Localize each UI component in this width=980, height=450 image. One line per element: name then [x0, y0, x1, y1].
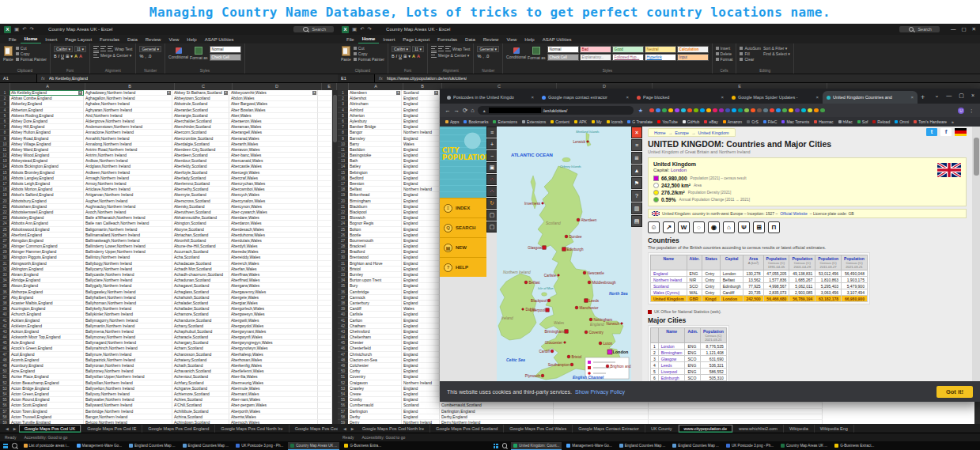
- print-icon[interactable]: ▤: [631, 215, 642, 227]
- row-number[interactable]: 10: [0, 142, 9, 147]
- extension-icon[interactable]: [782, 108, 787, 113]
- cell[interactable]: Bedford: [348, 176, 402, 181]
- cell-style-c-bad[interactable]: Bad: [580, 46, 611, 53]
- cell[interactable]: Abbeytown,Scotland: [172, 96, 229, 101]
- conditional-formatting-button[interactable]: Conditional: [506, 47, 526, 59]
- sheet-tab[interactable]: Wikipedia: [784, 425, 815, 433]
- search-icon[interactable]: ◌: [693, 221, 705, 233]
- status-accessibility[interactable]: Accessibility: Good to go: [24, 435, 67, 440]
- cell[interactable]: Aber-cywarch,Wales: [229, 210, 318, 215]
- cell[interactable]: [554, 420, 649, 424]
- cell[interactable]: Barnsley: [348, 136, 402, 142]
- align-right-icon[interactable]: [445, 46, 451, 51]
- delete-cells-button[interactable]: Delete: [716, 51, 733, 56]
- reload-icon[interactable]: ⟳: [463, 107, 467, 114]
- museum-icon[interactable]: Π: [768, 221, 780, 233]
- row-number[interactable]: 17: [338, 181, 348, 187]
- taskbar-item[interactable]: Country Map Areas UK ...: [288, 442, 339, 450]
- format-painter-button[interactable]: Format Painter: [16, 57, 47, 62]
- cell[interactable]: Colchester: [348, 363, 402, 369]
- sheet-tab[interactable]: Google Maps Pos Cod IE: [81, 425, 142, 433]
- extension-icon[interactable]: [713, 108, 717, 113]
- extension-icon[interactable]: [808, 108, 812, 113]
- cell[interactable]: Abbots Morton,England: [9, 187, 84, 192]
- sort-filter-button[interactable]: Sort & Filter ▾: [763, 46, 790, 51]
- cell[interactable]: Aberffrwd,Wales: [229, 278, 318, 283]
- save-icon[interactable]: ▣: [14, 26, 19, 32]
- help-icon[interactable]: ?: [631, 190, 642, 202]
- taskbar-item[interactable]: List of postcode areas i...: [21, 442, 72, 450]
- cell[interactable]: England: [402, 227, 440, 233]
- cell[interactable]: Achamore,Scotland: [172, 312, 229, 317]
- cell[interactable]: England: [402, 181, 440, 187]
- cell[interactable]: Beeston: [348, 181, 402, 187]
- cell[interactable]: Abercrychan,Wales: [229, 181, 318, 187]
- row-number[interactable]: 40: [0, 312, 9, 317]
- bold-button[interactable]: B: [54, 54, 57, 59]
- row-number[interactable]: 55: [0, 397, 9, 403]
- cell[interactable]: Acton Beauchamp,England: [9, 380, 84, 386]
- cell[interactable]: Armagh,Northern Ireland: [84, 176, 172, 181]
- cell[interactable]: Achurch,England: [9, 312, 84, 317]
- citypopulation-logo[interactable]: CITYPOPULATION: [440, 127, 486, 198]
- cell[interactable]: Chester: [348, 340, 402, 346]
- row-number[interactable]: 22: [0, 210, 9, 215]
- cell[interactable]: Aberlemno,Scotland: [172, 181, 229, 187]
- row-number[interactable]: 26: [0, 233, 9, 238]
- cell[interactable]: England: [402, 192, 440, 198]
- cell[interactable]: Aberhafesp,Wales: [229, 352, 318, 357]
- row-number[interactable]: 49: [338, 363, 348, 369]
- row-number[interactable]: 20: [338, 199, 348, 204]
- cell[interactable]: Abbey Village,England: [9, 142, 84, 147]
- cell[interactable]: [318, 113, 332, 119]
- cell[interactable]: [318, 403, 332, 408]
- cell[interactable]: Abernyte,Scotland: [172, 192, 229, 198]
- column-header-A[interactable]: A: [349, 83, 403, 90]
- cell[interactable]: [318, 312, 332, 317]
- close-icon[interactable]: ×: [971, 93, 974, 99]
- cell[interactable]: England: [402, 329, 440, 335]
- paste-button[interactable]: Paste: [341, 46, 351, 62]
- extension-icon[interactable]: [719, 108, 724, 113]
- column-header[interactable]: Adm.: [685, 328, 701, 343]
- cell[interactable]: England: [402, 340, 440, 346]
- row-number[interactable]: 46: [0, 346, 9, 351]
- cell[interactable]: Augher,Northern Ireland: [84, 199, 172, 204]
- row-number[interactable]: 4: [338, 108, 348, 113]
- cell[interactable]: Ballintoy,Northern Ireland: [84, 255, 172, 260]
- cell[interactable]: Ballygally,Northern Ireland: [84, 283, 172, 289]
- cell[interactable]: Ballymartin,Northern Ireland: [84, 323, 172, 329]
- italic-button[interactable]: I: [59, 54, 60, 59]
- extension-icon[interactable]: [814, 108, 819, 113]
- cell[interactable]: Aconbury,England: [9, 363, 84, 369]
- cell[interactable]: Abbotsbury,England: [9, 199, 84, 204]
- country-link[interactable]: Northern Ireland: [651, 277, 687, 283]
- new-tab-icon[interactable]: +: [921, 93, 925, 101]
- ribbon-tab-data[interactable]: Data: [123, 36, 142, 43]
- cell[interactable]: Aughnacloy,Northern Ireland: [84, 204, 172, 210]
- cell[interactable]: [318, 124, 332, 130]
- tab-close-icon[interactable]: ×: [626, 95, 629, 100]
- cell[interactable]: Acha,Scotland: [172, 255, 229, 260]
- cell[interactable]: [554, 403, 649, 408]
- cell[interactable]: Abinger Common,England: [9, 244, 84, 249]
- cell[interactable]: Achgarve,Scotland: [172, 386, 229, 391]
- bookmark-item[interactable]: Content: [551, 119, 569, 124]
- sheet-tab[interactable]: Google Maps Pos Cod Wales: [504, 425, 573, 433]
- ribbon-tab-home[interactable]: Home: [21, 35, 42, 43]
- cell[interactable]: Abbas Combe,England: [9, 96, 84, 101]
- row-number[interactable]: 50: [338, 369, 348, 374]
- cell[interactable]: Cardiff: [348, 306, 402, 312]
- cell[interactable]: Aberargie,Scotland: [172, 113, 229, 119]
- city-link[interactable]: Glasgow: [658, 356, 685, 362]
- breadcrumb-link[interactable]: Europe: [675, 130, 689, 135]
- cell[interactable]: Cambridge: [348, 289, 402, 295]
- save-icon[interactable]: ▣: [352, 26, 357, 32]
- row-number[interactable]: 59: [338, 420, 348, 424]
- taskbar-item[interactable]: United Kingdom: Count...: [511, 442, 562, 450]
- row-number[interactable]: 42: [338, 323, 348, 329]
- cell[interactable]: Achahoish,Scotland: [172, 295, 229, 301]
- cell[interactable]: Abbey Dore,England: [9, 119, 84, 124]
- zoom-out-icon[interactable]: −: [486, 150, 498, 161]
- cell[interactable]: Acre,England: [9, 369, 84, 374]
